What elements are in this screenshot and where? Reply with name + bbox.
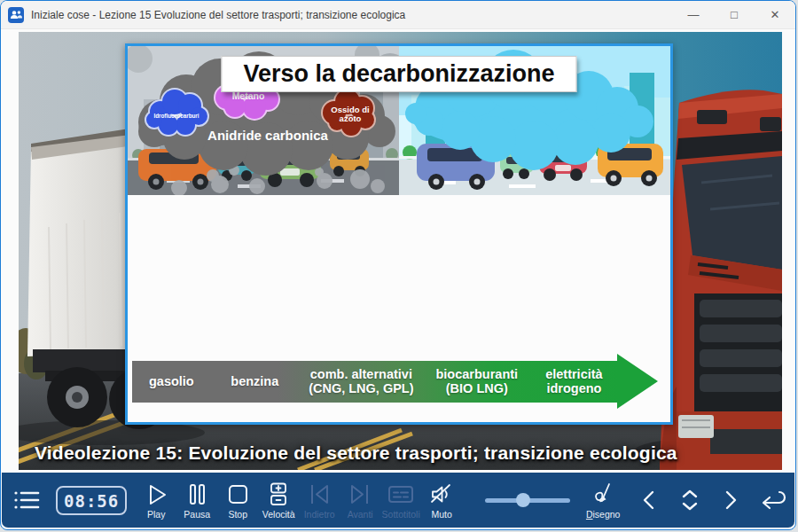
maximize-button[interactable]: □ [714, 1, 755, 28]
stop-icon [224, 481, 251, 508]
co2-cloud-label: Anidride carbonica [207, 128, 329, 143]
hfc-cloud-label: Idrofluorocarburi [153, 113, 199, 119]
chevron-right-icon [717, 486, 744, 514]
fuel-transition-arrow: gasolio benzina comb. alternativi(CNG, L… [132, 354, 668, 409]
app-icon [8, 7, 24, 23]
app-window: Iniziale cose - Lezione 15 Evoluzione de… [0, 0, 796, 530]
stop-button[interactable]: Stop [217, 481, 258, 520]
mute-icon [428, 481, 455, 508]
window-title: Iniziale cose - Lezione 15 Evoluzione de… [31, 9, 405, 21]
slider-thumb[interactable] [516, 493, 530, 507]
titlebar: Iniziale cose - Lezione 15 Evoluzione de… [1, 1, 795, 29]
video-caption: Videolezione 15: Evoluzione del settore … [35, 442, 677, 464]
speed-plus-minus-icon [265, 481, 292, 508]
window-controls: — □ ✕ [673, 1, 795, 28]
fuel-label-comb-alternativi: comb. alternativi(CNG, LNG, GPL) [299, 367, 424, 395]
volume-slider[interactable] [485, 492, 570, 508]
lesson-slide: Verso la decarbonizzazione [125, 43, 673, 425]
ink-pen-icon [590, 481, 616, 508]
draw-button[interactable]: Disegno [583, 481, 623, 520]
arrow-right-button[interactable] [714, 486, 747, 514]
previous-button[interactable]: Indietro [299, 481, 340, 520]
skip-back-icon [306, 481, 332, 508]
people-icon [10, 10, 22, 20]
speed-button[interactable]: Velocità [258, 481, 299, 520]
timer-display: 08:56 [56, 486, 127, 515]
chevron-left-icon [636, 486, 662, 514]
mute-button[interactable]: Muto [421, 481, 462, 520]
pause-icon [184, 481, 210, 508]
subtitles-icon [387, 481, 415, 508]
fuel-label-benzina: benzina [211, 374, 299, 388]
play-button[interactable]: Play [136, 481, 176, 520]
expand-vertical-button[interactable] [673, 485, 707, 515]
chevrons-up-down-icon [676, 485, 704, 515]
arrow-head [617, 354, 658, 409]
minimize-button[interactable]: — [673, 1, 714, 28]
fuel-label-gasolio: gasolio [132, 374, 211, 388]
slide-title: Verso la decarbonizzazione [221, 56, 576, 92]
bulleted-list-icon [12, 487, 42, 513]
arrow-body: gasolio benzina comb. alternativi(CNG, L… [132, 361, 618, 403]
subtitles-button[interactable]: Sottotitoli [380, 481, 421, 520]
skip-forward-icon [347, 481, 373, 508]
arrow-left-button[interactable] [632, 486, 666, 514]
next-button[interactable]: Avanti [340, 481, 380, 520]
close-button[interactable]: ✕ [755, 1, 795, 28]
fuel-label-biocarburanti: biocarburanti(BIO LNG) [424, 367, 530, 395]
play-icon [143, 481, 169, 508]
video-frame: Verso la decarbonizzazione [19, 32, 782, 470]
playlist-button[interactable] [9, 487, 44, 513]
video-stage: Verso la decarbonizzazione [1, 29, 795, 471]
return-button[interactable] [755, 485, 788, 515]
return-arrow-icon [755, 485, 787, 515]
fuel-label-elettricita: elettricitàidrogeno [530, 367, 618, 395]
nox-cloud-label: Ossido di azoto [326, 99, 374, 129]
player-toolbar: 08:56 Play Pausa Stop [2, 473, 794, 528]
pause-button[interactable]: Pausa [176, 481, 217, 520]
